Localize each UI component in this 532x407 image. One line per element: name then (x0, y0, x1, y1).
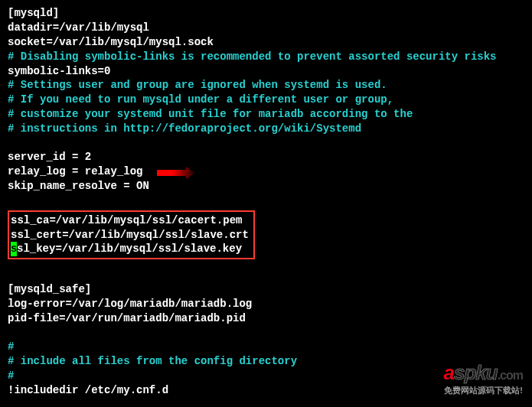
watermark-logo: aspku.com (444, 360, 524, 386)
comment-hash: # (8, 340, 524, 354)
config-relay-log: relay_log = relay_log (8, 164, 524, 179)
config-log-error: log-error=/var/log/mariadb/mariadb.log (8, 297, 524, 311)
config-ssl-ca: ssl_ca=/var/lib/mysql/ssl/cacert.pem (11, 213, 249, 228)
config-pid-file: pid-file=/var/run/mariadb/mariadb.pid (8, 311, 524, 326)
comment-disable-symlinks: # Disabling symbolic-links is recommende… (8, 50, 524, 64)
blank-line (8, 326, 524, 340)
arrow-annotation-icon (157, 167, 195, 179)
watermark-subtitle: 免费网站源码下载站! (444, 385, 524, 396)
blank-line (8, 262, 524, 282)
cursor: s (11, 242, 17, 256)
blank-line (8, 194, 524, 207)
comment-settings: # Settings user and group are ignored wh… (8, 78, 524, 93)
highlighted-ssl-block: ssl_ca=/var/lib/mysql/ssl/cacert.pem ssl… (8, 210, 255, 260)
config-symbolic-links: symbolic-links=0 (8, 64, 524, 79)
config-ssl-cert: ssl_cert=/var/lib/mysql/ssl/slave.crt (11, 228, 249, 243)
config-server-id: server_id = 2 (8, 150, 524, 164)
watermark: aspku.com 免费网站源码下载站! (444, 360, 524, 396)
config-ssl-key: ssl_key=/var/lib/mysql/ssl/slave.key (11, 242, 249, 256)
comment-customize: # customize your systemd unit file for m… (8, 107, 524, 122)
svg-marker-0 (157, 167, 195, 179)
comment-if-you-need: # If you need to run mysqld under a diff… (8, 93, 524, 107)
config-socket: socket=/var/lib/mysql/mysql.sock (8, 35, 524, 50)
config-ssl-key-text: sl_key=/var/lib/mysql/ssl/slave.key (17, 243, 242, 255)
section-header-mysqld-safe: [mysqld_safe] (8, 282, 524, 297)
config-skip-name-resolve: skip_name_resolve = ON (8, 179, 524, 194)
config-datadir: datadir=/var/lib/mysql (8, 21, 524, 35)
comment-instructions: # instructions in http://fedoraproject.o… (8, 122, 524, 136)
section-header-mysqld: [mysqld] (8, 6, 524, 21)
blank-line (8, 136, 524, 150)
